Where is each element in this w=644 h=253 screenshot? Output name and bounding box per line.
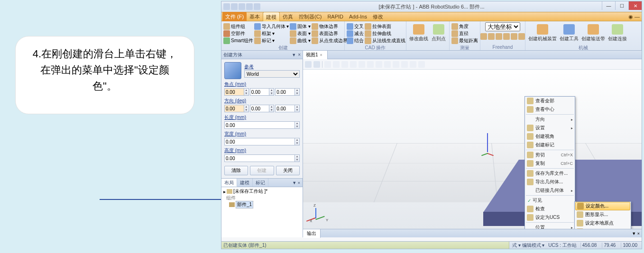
submenu-item[interactable]: 图形显示... xyxy=(575,210,631,219)
btn-import-geom[interactable]: 导入几何体 ▾ xyxy=(254,23,289,30)
btn-frame[interactable]: 框架 ▾ xyxy=(254,30,289,37)
reference-select[interactable]: World xyxy=(244,70,300,78)
file-tab[interactable]: 文件 (F) xyxy=(222,12,247,21)
tab-controller[interactable]: 控制器(C) xyxy=(296,12,324,21)
view-tool-icon[interactable] xyxy=(410,61,416,68)
btn-point-to-point[interactable]: 点到点 xyxy=(430,22,447,44)
view-tool-icon[interactable] xyxy=(324,61,331,68)
pane-dropdown-icon[interactable]: ▼ xyxy=(292,53,296,57)
btn-create-mechanism[interactable]: 创建机械装置 xyxy=(527,22,558,44)
ctx-item[interactable]: 设置▸ xyxy=(525,124,575,132)
create-button[interactable]: 创建 xyxy=(250,166,274,175)
btn-diameter[interactable]: 直径 xyxy=(451,30,478,37)
qat-icon[interactable] xyxy=(254,3,260,10)
view-tab-close-icon[interactable]: × xyxy=(320,51,322,59)
submenu-item[interactable]: 设定本地原点 xyxy=(575,219,631,227)
btn-surface-edge[interactable]: 表面边界 xyxy=(312,30,348,37)
3d-viewport[interactable]: Z Y X 查看全部查看中心方向▸设置▸创建视角创建标记剪切Ctrl+X复制Ct… xyxy=(303,70,642,229)
minimize-button[interactable]: — xyxy=(602,1,615,10)
btn-smart-component[interactable]: Smart组件 xyxy=(223,37,253,44)
btn-surface[interactable]: 表面 ▾ xyxy=(290,30,311,37)
orient-x-input[interactable] xyxy=(225,105,244,112)
tree-body[interactable]: ▸[未保存工作站 ]* 组件 部件_1 xyxy=(221,187,303,237)
view-tool-icon[interactable] xyxy=(401,61,408,68)
qat-icon[interactable] xyxy=(231,3,238,10)
tree-item-part[interactable]: 部件_1 xyxy=(236,201,253,208)
btn-min-dist[interactable]: 最短距离 xyxy=(451,37,478,44)
orient-z-input[interactable] xyxy=(276,105,294,112)
view-tool-icon[interactable] xyxy=(376,61,382,68)
view-tool-icon[interactable] xyxy=(305,61,312,68)
btn-angle[interactable]: 角度 xyxy=(451,23,478,30)
freehand-icon[interactable] xyxy=(496,33,502,40)
status-mode[interactable]: 式 ▾ 编辑模式 ▾ xyxy=(512,242,544,249)
qat-icon[interactable] xyxy=(239,3,245,10)
btn-tag[interactable]: 标记 ▾ xyxy=(254,37,289,44)
ctx-item[interactable]: 已链接几何体▸ xyxy=(525,186,575,195)
tab-basic[interactable]: 基本 xyxy=(247,12,263,21)
view-tab[interactable]: 视图1× xyxy=(303,51,328,59)
btn-subtract[interactable]: 减去 xyxy=(347,30,364,37)
corner-z-input[interactable] xyxy=(276,89,294,95)
pane-close-icon[interactable]: × xyxy=(298,52,301,57)
close-panel-button[interactable]: 关闭 xyxy=(276,166,300,175)
freehand-icon[interactable] xyxy=(488,33,495,40)
submenu-item[interactable]: 设定颜色... xyxy=(575,202,630,210)
corner-x-input[interactable] xyxy=(225,89,244,95)
ctx-item[interactable]: 查看全部 xyxy=(525,97,575,105)
btn-create-tool[interactable]: 创建工具 xyxy=(559,22,580,44)
ctx-item[interactable]: 设定为UCS xyxy=(525,213,575,222)
btn-create-conveyor[interactable]: 创建输送带 xyxy=(580,22,606,44)
quick-access-toolbar[interactable] xyxy=(223,3,260,10)
ribbon-help-icon[interactable]: ◉ — xyxy=(626,14,642,20)
btn-curve[interactable]: 曲线 ▾ xyxy=(290,37,311,44)
view-tool-icon[interactable] xyxy=(418,61,425,68)
ctx-item[interactable]: ✓可见 xyxy=(525,196,575,205)
view-tool-icon[interactable] xyxy=(333,61,340,68)
ctx-item[interactable]: 剪切Ctrl+X xyxy=(525,151,575,159)
btn-extrude-surf[interactable]: 拉伸表面 xyxy=(365,23,405,30)
tab-modify[interactable]: 修改 xyxy=(370,12,386,21)
width-input[interactable] xyxy=(225,138,294,145)
btn-line-from-normal[interactable]: 从法线生成直线 xyxy=(365,37,405,44)
tree-dropdown-icon[interactable]: ▼ × xyxy=(290,179,303,187)
view-tool-icon[interactable] xyxy=(393,61,399,68)
tab-modeling[interactable]: 建模 xyxy=(263,12,280,21)
qat-icon[interactable] xyxy=(246,3,253,10)
btn-body-edge[interactable]: 物体边界 xyxy=(312,23,348,30)
close-button[interactable]: ✕ xyxy=(628,1,642,10)
ctx-item[interactable]: 创建视角 xyxy=(525,132,575,141)
tree-root[interactable]: [未保存工作站 ]* xyxy=(233,188,267,195)
freehand-icon[interactable] xyxy=(518,33,525,40)
height-input[interactable] xyxy=(225,155,294,162)
freehand-icon[interactable] xyxy=(503,33,510,40)
btn-empty-part[interactable]: 空部件 xyxy=(223,30,253,37)
output-tab[interactable]: 输出 xyxy=(303,229,321,238)
tab-addins[interactable]: Add-Ins xyxy=(346,12,370,21)
tab-modeling-tree[interactable]: 建模 xyxy=(237,179,253,187)
tab-tags[interactable]: 标记 xyxy=(253,179,268,187)
btn-modify-curve[interactable]: 修改曲线 xyxy=(408,22,429,44)
modify-submenu[interactable]: 设定颜色...图形显示...设定本地原点删除CAD几何体 (G)外观损坏删除内部… xyxy=(574,201,631,229)
ctx-item[interactable]: 复制Ctrl+C xyxy=(525,159,575,168)
ctx-item[interactable]: 查看中心 xyxy=(525,105,575,114)
btn-component-group[interactable]: 组件组 xyxy=(223,23,253,30)
freehand-icon[interactable] xyxy=(511,33,517,40)
maximize-button[interactable]: ☐ xyxy=(615,1,628,10)
length-input[interactable] xyxy=(225,122,294,128)
corner-y-input[interactable] xyxy=(250,89,269,95)
view-tool-icon[interactable] xyxy=(384,61,391,68)
submenu-item[interactable]: 删除CAD几何体 (G) xyxy=(575,227,631,229)
ctx-item[interactable]: 方向▸ xyxy=(525,115,575,124)
view-tool-icon[interactable] xyxy=(367,61,374,68)
ctx-item[interactable]: 检查 xyxy=(525,205,575,213)
coord-select[interactable]: 大地坐标 xyxy=(485,22,520,31)
btn-union[interactable]: 结合 xyxy=(347,37,364,44)
btn-solid[interactable]: 固体 ▾ xyxy=(290,23,311,30)
view-tool-icon[interactable] xyxy=(350,61,357,68)
view-tool-icon[interactable] xyxy=(359,61,365,68)
context-menu[interactable]: 查看全部查看中心方向▸设置▸创建视角创建标记剪切Ctrl+X复制Ctrl+C保存… xyxy=(524,96,575,229)
tab-simulation[interactable]: 仿真 xyxy=(280,12,296,21)
output-dropdown-icon[interactable]: ▼ × xyxy=(630,231,642,236)
qat-icon[interactable] xyxy=(223,3,230,10)
